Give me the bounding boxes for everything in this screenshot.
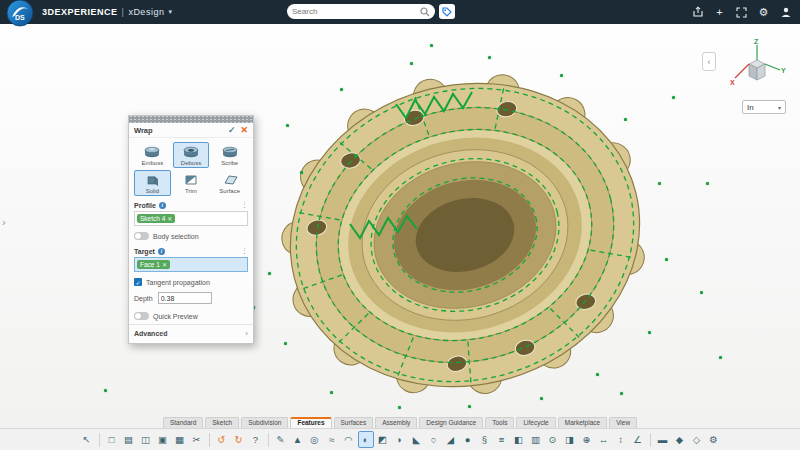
tab-design-guidance[interactable]: Design Guidance xyxy=(419,417,483,428)
checkbox-check-icon[interactable]: ✓ xyxy=(134,278,142,286)
option-trim[interactable]: Trim xyxy=(173,170,210,196)
rib-icon[interactable]: ≡ xyxy=(494,431,510,448)
triad-x-label: X xyxy=(730,79,735,86)
body-selection-toggle[interactable]: Body selection xyxy=(129,228,253,244)
save-icon[interactable]: ◫ xyxy=(138,431,154,448)
collapse-panel-button[interactable]: ‹ xyxy=(702,52,716,71)
profile-chip[interactable]: Sketch 4 ✕ xyxy=(137,214,175,223)
toggle-switch[interactable] xyxy=(134,312,149,320)
units-dropdown[interactable]: In ▾ xyxy=(742,100,786,114)
wrap-icon[interactable]: ◐ xyxy=(358,431,374,448)
appearance-icon[interactable]: ◇ xyxy=(689,431,705,448)
revolve-icon[interactable]: ◎ xyxy=(307,431,323,448)
dialog-drag-handle[interactable] xyxy=(129,116,253,123)
section-icon[interactable]: ▬ xyxy=(655,431,671,448)
thicken-icon[interactable]: ◩ xyxy=(375,431,391,448)
app-switcher-caret-icon[interactable]: ▾ xyxy=(168,8,172,16)
view-triad[interactable]: Z X Y xyxy=(728,36,786,96)
split-icon[interactable]: ◨ xyxy=(562,431,578,448)
thread-icon[interactable]: § xyxy=(477,431,493,448)
tab-subdivision[interactable]: Subdivision xyxy=(241,417,288,428)
hole-icon[interactable]: ● xyxy=(460,431,476,448)
remove-icon[interactable]: ✕ xyxy=(167,215,172,222)
wrap-dialog: Wrap ✓ ✕ Emboss Deboss xyxy=(128,115,254,344)
new-document-icon[interactable]: □ xyxy=(104,431,120,448)
sketch-icon[interactable]: ✎ xyxy=(273,431,289,448)
open-icon[interactable]: ▤ xyxy=(121,431,137,448)
pattern-linear-icon[interactable]: ▥ xyxy=(528,431,544,448)
tag-filter-icon[interactable] xyxy=(439,4,455,19)
ribbon-tabs: StandardSketchSubdivisionFeaturesSurface… xyxy=(0,415,800,428)
overflow-menu-icon[interactable]: ⋮ xyxy=(241,201,248,209)
select-icon[interactable]: ↖ xyxy=(79,431,95,448)
draft-icon[interactable]: ◢ xyxy=(443,431,459,448)
combine-icon[interactable]: ⊕ xyxy=(579,431,595,448)
app-name: xDesign xyxy=(128,7,164,17)
advanced-expander[interactable]: Advanced › xyxy=(129,324,253,343)
3dexperience-logo-icon[interactable]: DS xyxy=(5,0,35,28)
dialog-title: Wrap xyxy=(134,126,223,135)
tab-features[interactable]: Features xyxy=(290,417,331,428)
settings-icon[interactable]: ⚙ xyxy=(706,431,722,448)
measure-icon[interactable]: ∠ xyxy=(630,431,646,448)
tab-view[interactable]: View xyxy=(609,417,637,428)
expand-left-panel-button[interactable]: › xyxy=(2,216,6,228)
toggle-switch[interactable] xyxy=(134,232,149,240)
search-input[interactable] xyxy=(292,7,420,16)
shell-icon[interactable]: ○ xyxy=(426,431,442,448)
material-icon[interactable]: ◆ xyxy=(672,431,688,448)
close-icon[interactable]: ✕ xyxy=(240,125,248,135)
model-3d[interactable] xyxy=(0,0,800,450)
triad-y-label: Y xyxy=(781,67,786,74)
target-chip[interactable]: Face 1 ✕ xyxy=(137,260,170,269)
settings-gear-icon[interactable]: ⚙ xyxy=(757,6,770,19)
depth-input[interactable] xyxy=(158,292,212,304)
confirm-icon[interactable]: ✓ xyxy=(228,125,236,135)
solid-icon xyxy=(143,173,161,187)
undo-icon[interactable]: ↺ xyxy=(214,431,230,448)
toolbar-separator xyxy=(99,433,100,447)
add-icon[interactable]: + xyxy=(713,6,726,19)
scale-icon[interactable]: ↕ xyxy=(613,431,629,448)
profile-section: Profile i ⋮ Sketch 4 ✕ xyxy=(129,198,253,228)
option-solid[interactable]: Solid xyxy=(134,170,171,196)
fillet-icon[interactable]: ◗ xyxy=(392,431,408,448)
fullscreen-icon[interactable] xyxy=(735,6,748,19)
tangent-propagation-checkbox[interactable]: ✓ Tangent propagation xyxy=(129,274,253,290)
tab-sketch[interactable]: Sketch xyxy=(205,417,239,428)
profile-selection-field[interactable]: Sketch 4 ✕ xyxy=(134,211,248,226)
remove-icon[interactable]: ✕ xyxy=(162,261,167,268)
chamfer-icon[interactable]: ◣ xyxy=(409,431,425,448)
tab-assembly[interactable]: Assembly xyxy=(375,417,417,428)
option-surface[interactable]: Surface xyxy=(211,170,248,196)
share-icon[interactable] xyxy=(691,6,704,19)
option-scribe[interactable]: Scribe xyxy=(211,142,248,168)
tab-lifecycle[interactable]: Lifecycle xyxy=(516,417,555,428)
move-icon[interactable]: ↔ xyxy=(596,431,612,448)
redo-icon[interactable]: ↻ xyxy=(231,431,247,448)
tab-surfaces[interactable]: Surfaces xyxy=(334,417,374,428)
copy-icon[interactable]: ▣ xyxy=(155,431,171,448)
tab-marketplace[interactable]: Marketplace xyxy=(558,417,607,428)
viewport-canvas[interactable]: Z X Y In ▾ ‹ › Wrap ✓ ✕ xyxy=(0,0,800,450)
overflow-menu-icon[interactable]: ⋮ xyxy=(241,247,248,255)
quick-preview-toggle[interactable]: Quick Preview xyxy=(129,308,253,324)
info-icon: i xyxy=(158,248,165,255)
paste-icon[interactable]: ▦ xyxy=(172,431,188,448)
search-icon[interactable] xyxy=(420,7,430,17)
help-icon[interactable]: ? xyxy=(248,431,264,448)
top-bar-actions: + ⚙ xyxy=(691,0,792,24)
target-selection-field[interactable]: Face 1 ✕ xyxy=(134,257,248,272)
extrude-icon[interactable]: ▲ xyxy=(290,431,306,448)
tab-standard[interactable]: Standard xyxy=(163,417,203,428)
user-avatar-icon[interactable] xyxy=(779,6,792,19)
loft-icon[interactable]: ◠ xyxy=(341,431,357,448)
option-emboss[interactable]: Emboss xyxy=(134,142,171,168)
chevron-right-icon: › xyxy=(245,329,248,338)
option-deboss[interactable]: Deboss xyxy=(173,142,210,168)
tab-tools[interactable]: Tools xyxy=(485,417,514,428)
pattern-circular-icon[interactable]: ⊙ xyxy=(545,431,561,448)
sweep-icon[interactable]: ≈ xyxy=(324,431,340,448)
cut-icon[interactable]: ✂ xyxy=(189,431,205,448)
mirror-icon[interactable]: ◧ xyxy=(511,431,527,448)
